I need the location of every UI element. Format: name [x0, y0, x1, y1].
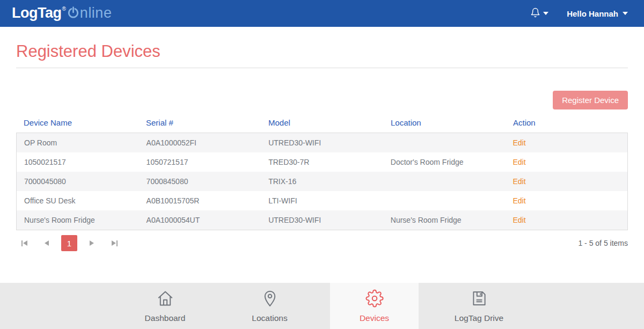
cell-location: Doctor's Room Fridge: [383, 158, 506, 166]
pagination-row: 1 1 - 5 of 5 items: [16, 235, 628, 251]
page-title: Registered Devices: [16, 42, 628, 68]
cell-serial: A0B10015705R: [139, 196, 261, 205]
cell-serial: A0A1000054UT: [139, 216, 261, 224]
top-bar: LogTag ® nline Hello Hannah: [0, 0, 644, 27]
cell-action: Edit: [505, 158, 627, 166]
cell-location: Nurse's Room Fridge: [383, 216, 506, 224]
table-row: Nurse's Room FridgeA0A1000054UTUTRED30-W…: [17, 210, 627, 230]
registered-trademark: ®: [62, 6, 65, 12]
table-row: Office SU DeskA0B10015705RLTI-WIFIEdit: [17, 191, 627, 210]
cell-action: Edit: [505, 216, 627, 224]
table-header-row: Device Name Serial # Model Location Acti…: [16, 114, 628, 133]
home-icon: [156, 289, 174, 310]
cell-serial: 7000845080: [139, 177, 261, 186]
edit-link[interactable]: Edit: [513, 138, 525, 147]
user-menu[interactable]: Hello Hannah: [567, 9, 628, 18]
bottom-navigation: Dashboard Locations Devices: [0, 283, 644, 329]
tab-label: Devices: [360, 313, 389, 323]
cell-model: UTRED30-WIFI: [261, 216, 383, 224]
device-table-body: OP RoomA0A1000052FIUTRED30-WIFIEdit10500…: [16, 133, 628, 230]
next-page-icon: [90, 240, 94, 246]
cell-serial: A0A1000052FI: [139, 138, 261, 147]
bell-icon: [530, 8, 540, 20]
register-device-button[interactable]: Register Device: [553, 91, 628, 109]
table-row: OP RoomA0A1000052FIUTRED30-WIFIEdit: [17, 133, 627, 152]
cell-action: Edit: [505, 177, 627, 186]
column-header-model: Model: [261, 118, 383, 127]
cell-device-name: 7000045080: [17, 177, 139, 186]
items-count-summary: 1 - 5 of 5 items: [578, 239, 628, 247]
devices-table: Device Name Serial # Model Location Acti…: [16, 114, 628, 230]
tab-logtag-drive[interactable]: LogTag Drive: [435, 283, 523, 329]
previous-page-icon: [45, 240, 49, 246]
cell-serial: 1050721517: [139, 158, 261, 166]
last-page-button[interactable]: [106, 235, 122, 251]
table-row: 70000450807000845080TRIX-16Edit: [17, 172, 627, 191]
toolbar: Register Device: [16, 91, 628, 109]
user-greeting: Hello Hannah: [567, 9, 618, 18]
edit-link[interactable]: Edit: [513, 158, 525, 166]
pager: 1: [16, 235, 122, 251]
gear-icon: [365, 289, 384, 310]
edit-link[interactable]: Edit: [513, 196, 525, 205]
first-page-button[interactable]: [16, 235, 32, 251]
cell-device-name: OP Room: [17, 138, 139, 147]
tab-label: Dashboard: [145, 313, 186, 323]
column-header-serial: Serial #: [138, 118, 261, 127]
map-pin-icon: [261, 289, 279, 310]
edit-link[interactable]: Edit: [513, 177, 525, 186]
floppy-disk-icon: [470, 289, 488, 310]
tab-dashboard[interactable]: Dashboard: [121, 283, 209, 329]
tab-label: Locations: [252, 313, 287, 323]
notifications-menu[interactable]: [530, 8, 548, 20]
tab-locations[interactable]: Locations: [225, 283, 314, 329]
tab-label: LogTag Drive: [455, 313, 503, 323]
next-page-button[interactable]: [84, 235, 100, 251]
cell-model: UTRED30-WIFI: [261, 138, 383, 147]
cell-device-name: 1050021517: [17, 158, 139, 166]
table-row: 10500215171050721517TRED30-7RDoctor's Ro…: [17, 152, 627, 172]
cell-device-name: Nurse's Room Fridge: [17, 216, 139, 224]
edit-link[interactable]: Edit: [513, 216, 525, 224]
current-page-button[interactable]: 1: [61, 235, 77, 251]
logo-brand-text: LogTag: [12, 6, 61, 20]
column-header-device-name: Device Name: [16, 118, 138, 127]
cell-model: TRIX-16: [261, 177, 383, 186]
cell-action: Edit: [505, 138, 627, 147]
tab-devices[interactable]: Devices: [330, 283, 419, 329]
first-page-icon: [21, 240, 23, 246]
last-page-icon: [112, 240, 116, 246]
cell-action: Edit: [505, 196, 627, 205]
column-header-action: Action: [506, 118, 628, 127]
logo-online-text: nline: [80, 6, 112, 20]
chevron-down-icon: [543, 12, 548, 15]
cell-model: TRED30-7R: [261, 158, 383, 166]
power-button-icon: [67, 6, 79, 21]
cell-model: LTI-WIFI: [261, 196, 383, 205]
chevron-down-icon: [623, 12, 628, 15]
logtag-online-logo[interactable]: LogTag ® nline: [12, 6, 112, 21]
cell-device-name: Office SU Desk: [17, 196, 139, 205]
previous-page-button[interactable]: [39, 235, 55, 251]
column-header-location: Location: [383, 118, 506, 127]
